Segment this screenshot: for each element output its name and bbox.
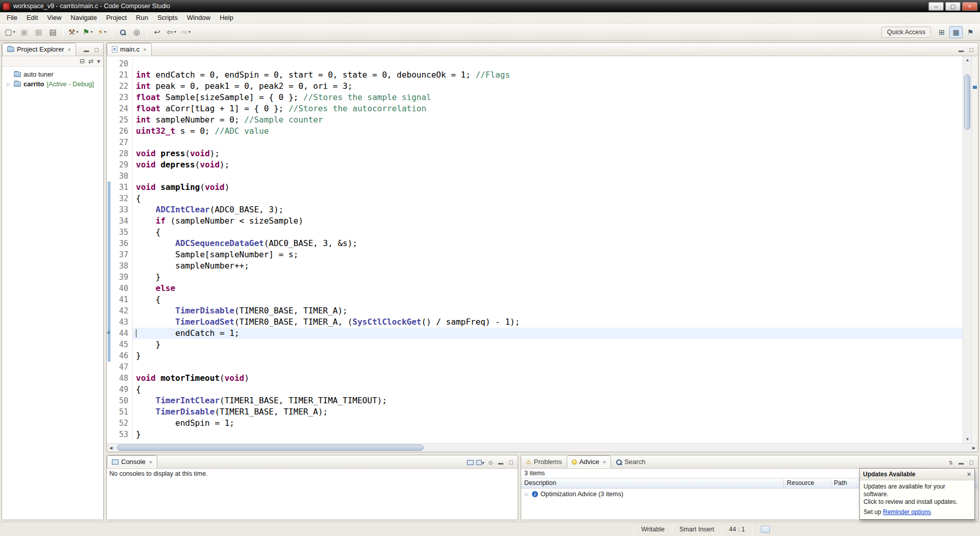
close-button[interactable]: × — [962, 2, 977, 11]
code-text[interactable]: int endCatch = 0, endSpin = 0, start = 0… — [133, 69, 963, 81]
sort-icon[interactable]: ⇅ — [947, 459, 955, 466]
line-number[interactable]: 36 — [111, 238, 133, 249]
build-button[interactable]: ⚒▾ — [66, 26, 80, 38]
code-line[interactable]: 25int sampleNumber = 0; //Sample counter — [111, 114, 963, 126]
new-button[interactable]: ▢▾ — [3, 26, 17, 38]
code-line[interactable]: 33 ADCIntClear(ADC0_BASE, 3); — [111, 204, 963, 215]
code-line[interactable]: 29void depress(void); — [111, 159, 963, 170]
code-line[interactable]: 24float aCorr[tLag + 1] = { 0 }; //Store… — [111, 103, 963, 114]
code-line[interactable]: 31void sampling(void) — [111, 182, 963, 193]
code-text[interactable]: ADCSequenceDataGet(ADC0_BASE, 3, &s); — [133, 238, 963, 249]
code-line[interactable]: 52 endSpin = 1; — [111, 418, 963, 429]
menu-item-view[interactable]: View — [42, 13, 66, 22]
line-number[interactable]: 43 — [111, 316, 133, 328]
horizontal-scrollbar[interactable]: ◀ ▶ — [107, 443, 978, 452]
line-number[interactable]: 35 — [111, 227, 133, 238]
collapse-all-icon[interactable]: ⊟ — [80, 58, 85, 65]
code-line[interactable]: 34 if (sampleNumber < sizeSample) — [111, 215, 963, 227]
code-text[interactable]: TimerDisable(TIMER1_BASE, TIMER_A); — [133, 406, 963, 418]
column-resource[interactable]: Resource — [784, 478, 831, 488]
overview-marker[interactable] — [973, 86, 977, 89]
ccs-debug-perspective-button[interactable]: ⚑ — [964, 26, 977, 38]
close-icon[interactable]: × — [603, 459, 606, 465]
line-number[interactable]: 47 — [111, 361, 133, 373]
code-text[interactable]: if (sampleNumber < sizeSample) — [133, 215, 963, 227]
line-number[interactable]: 29 — [111, 159, 133, 170]
code-text[interactable]: TimerLoadSet(TIMER0_BASE, TIMER_A, (SysC… — [133, 316, 963, 328]
vertical-scrollbar[interactable]: ▲ ▼ — [963, 56, 971, 443]
minimize-view-icon[interactable]: ▬ — [957, 459, 965, 466]
menu-item-help[interactable]: Help — [215, 13, 238, 22]
back-button-dropdown-icon[interactable]: ▾ — [174, 30, 176, 34]
search-button[interactable] — [115, 26, 129, 38]
close-icon[interactable]: × — [67, 46, 71, 53]
code-line[interactable]: 23float Sample[sizeSample] = { 0 }; //St… — [111, 92, 963, 103]
line-number[interactable]: 23 — [111, 92, 133, 103]
code-text[interactable]: else — [133, 283, 963, 294]
code-line[interactable]: 38 sampleNumber++; — [111, 260, 963, 272]
code-text[interactable]: int sampleNumber = 0; //Sample counter — [133, 114, 963, 126]
code-line[interactable]: 28void press(void); — [111, 148, 963, 159]
minimize-view-icon[interactable]: ▬ — [957, 46, 965, 54]
line-number[interactable]: 39 — [111, 272, 133, 283]
new-button-dropdown-icon[interactable]: ▾ — [13, 30, 15, 34]
code-text[interactable]: void sampling(void) — [133, 182, 963, 193]
code-text[interactable]: sampleNumber++; — [133, 260, 963, 272]
code-line[interactable]: 36 ADCSequenceDataGet(ADC0_BASE, 3, &s); — [111, 238, 963, 249]
tab-project-explorer[interactable]: Project Explorer × — [2, 43, 76, 56]
code-text[interactable]: int peak = 0, peak1 = 0, peak2 = 0, ori … — [133, 81, 963, 92]
maximize-view-icon[interactable]: ☐ — [92, 46, 101, 54]
line-number[interactable]: 26 — [111, 126, 133, 137]
menu-item-file[interactable]: File — [2, 13, 22, 22]
expand-icon[interactable]: ▷ — [6, 82, 11, 87]
code-line[interactable]: 22int peak = 0, peak1 = 0, peak2 = 0, or… — [111, 81, 963, 92]
code-text[interactable]: TimerIntClear(TIMER1_BASE, TIMER_TIMA_TI… — [133, 395, 963, 406]
flash-button-dropdown-icon[interactable]: ▾ — [104, 30, 106, 34]
code-text[interactable]: } — [133, 339, 963, 350]
quick-access-button[interactable]: Quick Access — [881, 27, 931, 38]
minimize-view-icon[interactable]: ▬ — [82, 46, 90, 54]
code-text[interactable] — [133, 137, 963, 148]
line-number[interactable]: 38 — [111, 260, 133, 272]
code-text[interactable]: endCatch = 1; — [133, 328, 963, 339]
flash-button[interactable]: ⚡▾ — [95, 26, 109, 38]
tab-advice[interactable]: Advice × — [567, 455, 611, 468]
overview-ruler[interactable] — [971, 56, 978, 443]
code-text[interactable]: Sample[sampleNumber] = s; — [133, 249, 963, 260]
open-element-button[interactable]: ◎ — [130, 26, 144, 38]
code-line[interactable]: 43 TimerLoadSet(TIMER0_BASE, TIMER_A, (S… — [111, 316, 963, 328]
project-item-carrito[interactable]: ▷ carrito [Active - Debug] — [3, 79, 102, 89]
line-number[interactable]: 45 — [111, 339, 133, 350]
build-button-dropdown-icon[interactable]: ▾ — [76, 30, 78, 34]
menu-item-navigate[interactable]: Navigate — [66, 13, 101, 22]
code-text[interactable]: } — [133, 272, 963, 283]
code-text[interactable]: TimerDisable(TIMER0_BASE, TIMER_A); — [133, 305, 963, 316]
code-line[interactable]: 21int endCatch = 0, endSpin = 0, start =… — [111, 69, 963, 81]
code-line[interactable]: 44 endCatch = 1; — [111, 328, 963, 339]
line-number[interactable]: 46 — [111, 350, 133, 361]
column-description[interactable]: Description — [521, 478, 784, 488]
code-line[interactable]: 41 { — [111, 294, 963, 305]
close-icon[interactable]: × — [143, 46, 146, 53]
line-number[interactable]: 25 — [111, 114, 133, 126]
code-editor[interactable]: ◆ 2021int endCatch = 0, endSpin = 0, sta… — [107, 56, 978, 443]
last-edit-location-button[interactable]: ↩ — [150, 26, 164, 38]
code-text[interactable]: ADCIntClear(ADC0_BASE, 3); — [133, 204, 963, 215]
code-line[interactable]: 50 TimerIntClear(TIMER1_BASE, TIMER_TIMA… — [111, 395, 963, 406]
code-text[interactable]: } — [133, 429, 963, 440]
link-with-editor-icon[interactable]: ⇄ — [88, 58, 94, 65]
debug-button-dropdown-icon[interactable]: ▾ — [90, 30, 92, 34]
window-titlebar[interactable]: workspace_v9 - carrito/main.c - Code Com… — [0, 0, 980, 12]
display-console-icon[interactable] — [466, 459, 474, 466]
maximize-view-icon[interactable]: ☐ — [967, 46, 975, 54]
tab-console[interactable]: Console × — [107, 455, 157, 468]
save-button[interactable]: ▣ — [17, 26, 31, 38]
code-text[interactable]: void depress(void); — [133, 159, 963, 170]
tab-problems[interactable]: ⚠ Problems — [521, 455, 567, 468]
line-number[interactable]: 40 — [111, 283, 133, 294]
marker-bar[interactable]: ◆ — [107, 56, 111, 443]
code-line[interactable]: 46} — [111, 350, 963, 361]
code-line[interactable]: 40 else — [111, 283, 963, 294]
code-line[interactable]: 39 } — [111, 272, 963, 283]
scroll-right-icon[interactable]: ▶ — [970, 444, 978, 452]
